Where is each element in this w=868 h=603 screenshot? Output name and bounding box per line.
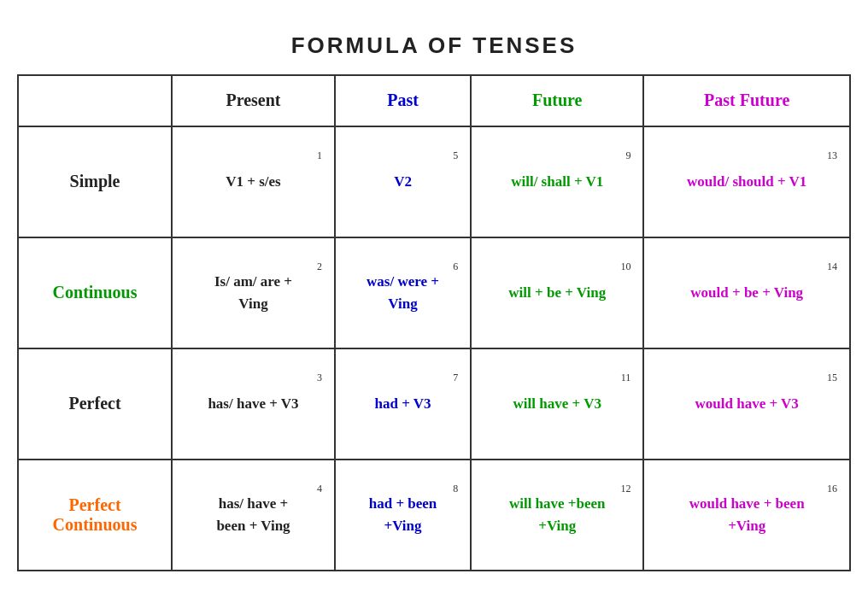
cell-3-0: 4has/ have + been + Ving xyxy=(172,460,335,571)
cell-0-1: 5V2 xyxy=(335,126,471,237)
table-row: Simple1V1 + s/es5V29will/ shall + V113wo… xyxy=(18,126,850,237)
cell-number: 5 xyxy=(453,149,458,162)
cell-number: 16 xyxy=(827,483,837,495)
row-label-3: Perfect Continuous xyxy=(18,460,172,571)
cell-content: 3has/ have + V3 xyxy=(181,370,326,438)
cell-formula: was/ were + Ving xyxy=(367,271,439,314)
header-past: Past xyxy=(335,75,471,126)
cell-content: 10will + be + Ving xyxy=(480,259,634,327)
cell-1-2: 10will + be + Ving xyxy=(471,237,643,348)
cell-content: 11will have + V3 xyxy=(480,370,634,438)
cell-content: 8had + been +Ving xyxy=(344,481,461,549)
cell-number: 11 xyxy=(621,372,631,384)
cell-number: 3 xyxy=(317,372,322,384)
cell-3-1: 8had + been +Ving xyxy=(335,460,471,571)
row-label-0: Simple xyxy=(18,126,172,237)
cell-3-3: 16would have + been +Ving xyxy=(643,460,850,571)
cell-formula: will + be + Ving xyxy=(508,282,606,304)
cell-content: 1V1 + s/es xyxy=(181,148,326,216)
cell-0-2: 9will/ shall + V1 xyxy=(471,126,643,237)
header-future: Future xyxy=(471,75,643,126)
cell-number: 1 xyxy=(317,149,322,162)
row-label-text: Perfect Continuous xyxy=(53,495,138,534)
cell-2-0: 3has/ have + V3 xyxy=(172,348,335,460)
header-present: Present xyxy=(172,75,335,126)
cell-content: 7had + V3 xyxy=(344,370,461,438)
cell-number: 2 xyxy=(317,261,322,273)
cell-1-3: 14would + be + Ving xyxy=(643,237,850,348)
tenses-table: Present Past Future Past Future Simple1V… xyxy=(17,74,851,571)
cell-formula: would/ should + V1 xyxy=(687,171,806,193)
main-container: FORMULA OF TENSES Present Past Future Pa… xyxy=(17,32,851,571)
cell-formula: has/ have + V3 xyxy=(208,393,298,415)
cell-formula: had + V3 xyxy=(374,393,431,415)
table-row: Continuous2Is/ am/ are + Ving6was/ were … xyxy=(18,237,850,348)
table-row: Perfect Continuous4has/ have + been + Vi… xyxy=(18,460,850,571)
cell-1-0: 2Is/ am/ are + Ving xyxy=(172,237,335,348)
cell-content: 6was/ were + Ving xyxy=(344,259,461,327)
row-label-2: Perfect xyxy=(18,348,172,460)
cell-content: 16would have + been +Ving xyxy=(653,481,841,549)
cell-formula: will have + V3 xyxy=(513,393,601,415)
cell-content: 2Is/ am/ are + Ving xyxy=(181,259,326,327)
cell-3-2: 12will have +been +Ving xyxy=(471,460,643,571)
cell-formula: has/ have + been + Ving xyxy=(216,493,290,536)
cell-content: 12will have +been +Ving xyxy=(480,481,634,549)
table-row: Perfect3has/ have + V37had + V311will ha… xyxy=(18,348,850,460)
row-label-1: Continuous xyxy=(18,237,172,348)
cell-formula: will have +been +Ving xyxy=(509,493,606,536)
header-row: Present Past Future Past Future xyxy=(18,75,850,126)
cell-content: 9will/ shall + V1 xyxy=(480,148,634,216)
cell-0-0: 1V1 + s/es xyxy=(172,126,335,237)
cell-number: 4 xyxy=(317,483,322,495)
cell-content: 15would have + V3 xyxy=(653,370,841,438)
cell-number: 15 xyxy=(827,372,837,384)
row-label-text: Continuous xyxy=(53,283,138,302)
cell-number: 8 xyxy=(453,483,458,495)
cell-formula: would have + V3 xyxy=(695,393,799,415)
cell-number: 13 xyxy=(827,149,837,162)
cell-content: 5V2 xyxy=(344,148,461,216)
cell-1-1: 6was/ were + Ving xyxy=(335,237,471,348)
cell-number: 6 xyxy=(453,261,458,273)
cell-formula: would + be + Ving xyxy=(690,282,803,304)
cell-number: 14 xyxy=(827,261,837,273)
cell-content: 14would + be + Ving xyxy=(653,259,841,327)
cell-0-3: 13would/ should + V1 xyxy=(643,126,850,237)
cell-2-1: 7had + V3 xyxy=(335,348,471,460)
cell-content: 4has/ have + been + Ving xyxy=(181,481,326,549)
cell-content: 13would/ should + V1 xyxy=(653,148,841,216)
cell-2-3: 15would have + V3 xyxy=(643,348,850,460)
cell-number: 10 xyxy=(620,261,630,273)
row-label-text: Perfect xyxy=(69,394,121,413)
cell-formula: would have + been +Ving xyxy=(689,493,805,536)
cell-number: 9 xyxy=(625,149,630,162)
cell-number: 12 xyxy=(620,483,630,495)
page-title: FORMULA OF TENSES xyxy=(17,32,851,59)
header-empty xyxy=(18,75,172,126)
cell-number: 7 xyxy=(453,372,458,384)
cell-formula: V2 xyxy=(394,171,412,193)
cell-formula: had + been +Ving xyxy=(369,493,437,536)
header-past-future: Past Future xyxy=(643,75,850,126)
cell-2-2: 11will have + V3 xyxy=(471,348,643,460)
cell-formula: will/ shall + V1 xyxy=(511,171,603,193)
cell-formula: V1 + s/es xyxy=(226,171,280,193)
cell-formula: Is/ am/ are + Ving xyxy=(214,271,292,314)
table-body: Simple1V1 + s/es5V29will/ shall + V113wo… xyxy=(18,126,850,571)
row-label-text: Simple xyxy=(70,172,120,190)
